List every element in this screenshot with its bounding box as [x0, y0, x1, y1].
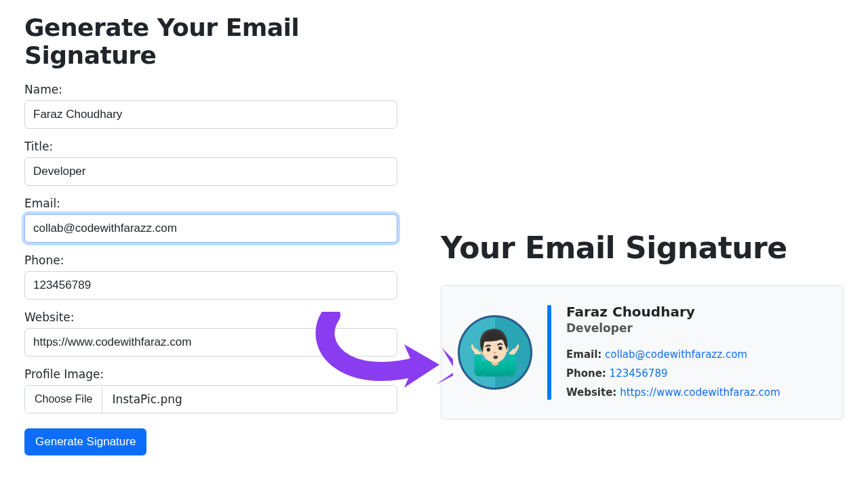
email-label: Email: [24, 197, 414, 210]
website-label: Website: [24, 310, 414, 324]
avatar: 🤷🏻‍♂️ [458, 315, 532, 390]
file-input[interactable]: Choose File InstaPic.png [24, 385, 397, 413]
divider-bar [547, 305, 551, 400]
signature-preview-card: 🤷🏻‍♂️ Faraz Choudhary Developer Email: c… [441, 285, 844, 420]
preview-phone-label: Phone: [566, 367, 606, 380]
avatar-emoji-icon: 🤷🏻‍♂️ [468, 327, 522, 378]
preview-website-label: Website: [566, 386, 616, 399]
profile-image-label: Profile Image: [24, 367, 414, 381]
preview-heading: Your Email Signature [441, 230, 844, 265]
phone-input[interactable] [24, 271, 397, 300]
preview-title: Developer [566, 321, 781, 335]
title-label: Title: [24, 140, 414, 153]
preview-email-link[interactable]: collab@codewithfarazz.com [605, 348, 747, 361]
title-input[interactable] [24, 157, 397, 186]
preview-email-label: Email: [566, 348, 601, 361]
email-input[interactable] [24, 214, 397, 243]
page-title: Generate Your Email Signature [24, 14, 414, 69]
file-name-text: InstaPic.png [102, 386, 191, 413]
phone-label: Phone: [24, 253, 414, 267]
choose-file-button[interactable]: Choose File [25, 386, 102, 413]
preview-website-link[interactable]: https://www.codewithfaraz.com [620, 386, 780, 399]
name-label: Name: [24, 83, 414, 96]
preview-name: Faraz Choudhary [566, 304, 781, 320]
website-input[interactable] [24, 328, 397, 357]
generate-signature-button[interactable]: Generate Signature [24, 428, 146, 455]
name-input[interactable] [24, 100, 397, 129]
preview-phone-link[interactable]: 123456789 [610, 367, 668, 380]
